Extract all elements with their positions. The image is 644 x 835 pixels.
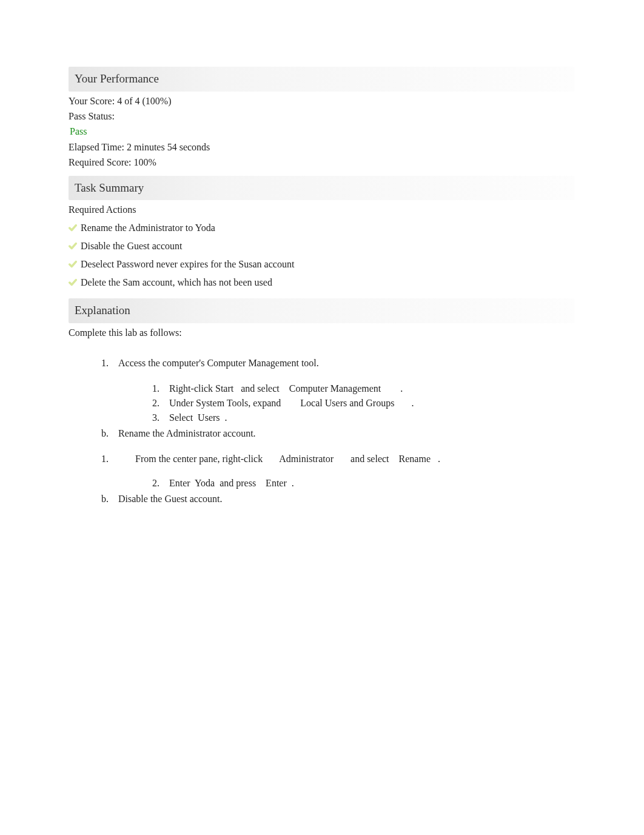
step-text: Access the computer's Computer Managemen… [118,356,574,371]
seg: Computer Management [289,383,381,394]
seg: Right-click [169,383,215,394]
step-1-2: 2. Under System Tools, expand Local User… [152,396,574,411]
action-text: Delete the Sam account, which has not be… [81,275,272,290]
seg: and select [334,454,399,464]
step-marker: b. [101,426,118,441]
seg: Yoda [195,478,215,488]
seg: Administrator [279,454,334,464]
step-text: Select Users . [169,411,574,425]
step-1-substeps: 1. Right-click Start and select Computer… [152,381,574,425]
performance-block: Your Score: 4 of 4 (100%) Pass Status: P… [69,94,574,170]
step-marker: 2. [152,396,169,411]
step-marker: 2. [152,476,169,491]
action-item: Delete the Sam account, which has not be… [69,275,574,290]
pass-status-label: Pass Status: [69,109,574,124]
seg: . [287,478,294,488]
seg: Enter [266,478,287,488]
pass-status-value: Pass [70,124,574,139]
required-score-value: 100% [134,157,156,167]
step-text: Disable the Guest account. [118,492,574,506]
seg: Rename [399,454,431,464]
action-item: Disable the Guest account [69,239,574,253]
step-b-rename: b. Rename the Administrator account. [101,426,574,441]
seg: Enter [169,478,195,488]
seg: . [220,412,227,423]
score-line: Your Score: 4 of 4 (100%) [69,94,574,109]
required-score-label: Required Score: [69,157,134,167]
seg: and press [215,478,266,488]
performance-header: Your Performance [69,67,574,92]
seg: Under System Tools, expand [169,398,300,408]
step-text: Under System Tools, expand Local Users a… [169,396,574,411]
step-1: 1. Access the computer's Computer Manage… [101,356,574,371]
step-1-3: 3. Select Users . [152,411,574,425]
step-text: Enter Yoda and press Enter . [169,476,574,491]
step-marker: 1. [101,356,118,371]
required-actions-label: Required Actions [69,203,574,217]
action-text: Deselect Password never expires for the … [81,257,294,272]
step-marker: 3. [152,411,169,425]
seg: Users [198,412,220,423]
elapsed-line: Elapsed Time: 2 minutes 54 seconds [69,140,574,155]
required-score-line: Required Score: 100% [69,155,574,170]
seg: and select [233,383,289,394]
step-text: Right-click Start and select Computer Ma… [169,381,574,396]
seg: Select [169,412,198,423]
seg: Local Users and Groups [300,398,394,408]
explanation-steps: 1. Access the computer's Computer Manage… [101,356,574,506]
step-marker: b. [101,492,118,506]
step-b1: 1. From the center pane, right-click Adm… [101,452,574,466]
score-value: 4 of 4 (100%) [117,96,171,106]
step-1-1: 1. Right-click Start and select Computer… [152,381,574,396]
elapsed-label: Elapsed Time: [69,142,127,152]
step-b-disable: b. Disable the Guest account. [101,492,574,506]
step-marker: 1. [101,452,118,466]
seg: . [431,454,440,464]
action-text: Disable the Guest account [81,239,183,253]
seg: From the center pane, right-click [135,454,279,464]
check-icon [69,242,77,250]
step-b2-wrap: 2. Enter Yoda and press Enter . [152,476,574,491]
score-label: Your Score: [69,96,117,106]
action-item: Rename the Administrator to Yoda [69,221,574,235]
task-summary-header: Task Summary [69,176,574,201]
seg: . [394,398,414,408]
check-icon [69,260,77,269]
check-icon [69,224,77,232]
check-icon [69,278,77,287]
explanation-header: Explanation [69,298,574,323]
seg: . [381,383,403,394]
step-b2: 2. Enter Yoda and press Enter . [152,476,574,491]
seg: Start [215,383,233,394]
elapsed-value: 2 minutes 54 seconds [127,142,210,152]
step-marker: 1. [152,381,169,396]
action-text: Rename the Administrator to Yoda [81,221,215,235]
step-text: Rename the Administrator account. [118,426,574,441]
explanation-intro: Complete this lab as follows: [69,326,574,340]
step-text: From the center pane, right-click Admini… [135,452,574,466]
action-item: Deselect Password never expires for the … [69,257,574,272]
